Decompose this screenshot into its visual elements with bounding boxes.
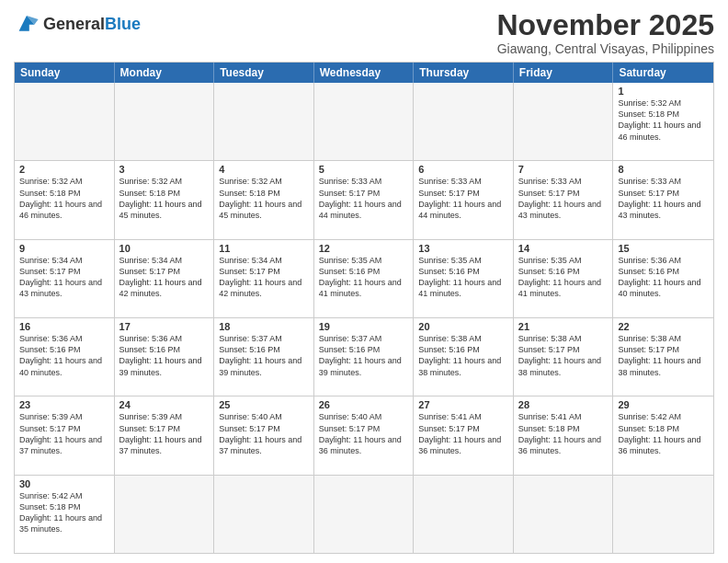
calendar-cell-w2-d4: 5Sunrise: 5:33 AM Sunset: 5:17 PM Daylig…: [314, 161, 415, 238]
calendar-cell-w5-d5: 27Sunrise: 5:41 AM Sunset: 5:17 PM Dayli…: [414, 396, 514, 474]
calendar-cell-w4-d5: 20Sunrise: 5:38 AM Sunset: 5:16 PM Dayli…: [414, 318, 514, 396]
day-number: 11: [219, 243, 309, 254]
calendar-cell-w1-d1: [15, 83, 115, 160]
calendar-cell-w6-d3: [214, 476, 314, 553]
calendar-cell-w1-d3: [214, 83, 314, 160]
day-number: 9: [19, 243, 109, 254]
calendar-cell-w2-d1: 2Sunrise: 5:32 AM Sunset: 5:18 PM Daylig…: [15, 161, 115, 238]
day-number: 24: [119, 399, 210, 410]
calendar-cell-w2-d3: 4Sunrise: 5:32 AM Sunset: 5:18 PM Daylig…: [214, 161, 314, 238]
day-number: 18: [219, 321, 309, 332]
day-number: 19: [319, 321, 409, 332]
day-number: 13: [418, 243, 508, 254]
day-info: Sunrise: 5:41 AM Sunset: 5:18 PM Dayligh…: [518, 411, 609, 456]
day-info: Sunrise: 5:38 AM Sunset: 5:16 PM Dayligh…: [418, 333, 508, 378]
calendar-cell-w3-d7: 15Sunrise: 5:36 AM Sunset: 5:16 PM Dayli…: [613, 240, 713, 317]
calendar-cell-w3-d2: 10Sunrise: 5:34 AM Sunset: 5:17 PM Dayli…: [115, 240, 215, 317]
logo-blue: Blue: [105, 15, 141, 33]
day-number: 16: [19, 321, 109, 332]
calendar-cell-w6-d5: [414, 476, 514, 553]
header-friday: Friday: [514, 63, 614, 83]
day-info: Sunrise: 5:42 AM Sunset: 5:18 PM Dayligh…: [19, 490, 109, 535]
day-info: Sunrise: 5:34 AM Sunset: 5:17 PM Dayligh…: [19, 255, 109, 300]
day-info: Sunrise: 5:32 AM Sunset: 5:18 PM Dayligh…: [19, 176, 109, 221]
day-info: Sunrise: 5:42 AM Sunset: 5:18 PM Dayligh…: [618, 411, 709, 456]
day-info: Sunrise: 5:33 AM Sunset: 5:17 PM Dayligh…: [518, 176, 609, 221]
day-info: Sunrise: 5:37 AM Sunset: 5:16 PM Dayligh…: [319, 333, 409, 378]
calendar-cell-w5-d6: 28Sunrise: 5:41 AM Sunset: 5:18 PM Dayli…: [514, 396, 614, 474]
header-thursday: Thursday: [414, 63, 514, 83]
calendar-cell-w4-d1: 16Sunrise: 5:36 AM Sunset: 5:16 PM Dayli…: [15, 318, 115, 396]
calendar-header: Sunday Monday Tuesday Wednesday Thursday…: [15, 63, 713, 83]
header-monday: Monday: [115, 63, 215, 83]
calendar-cell-w5-d2: 24Sunrise: 5:39 AM Sunset: 5:17 PM Dayli…: [115, 396, 215, 474]
calendar-week-5: 23Sunrise: 5:39 AM Sunset: 5:17 PM Dayli…: [15, 396, 713, 475]
day-info: Sunrise: 5:40 AM Sunset: 5:17 PM Dayligh…: [219, 411, 309, 456]
day-info: Sunrise: 5:38 AM Sunset: 5:17 PM Dayligh…: [618, 333, 709, 378]
calendar-cell-w1-d5: [414, 83, 514, 160]
calendar-cell-w5-d3: 25Sunrise: 5:40 AM Sunset: 5:17 PM Dayli…: [214, 396, 314, 474]
day-info: Sunrise: 5:41 AM Sunset: 5:17 PM Dayligh…: [418, 411, 508, 456]
day-info: Sunrise: 5:39 AM Sunset: 5:17 PM Dayligh…: [19, 411, 109, 456]
title-area: November 2025 Giawang, Central Visayas, …: [496, 9, 714, 56]
day-number: 14: [518, 243, 609, 254]
day-number: 27: [418, 399, 508, 410]
calendar-cell-w3-d6: 14Sunrise: 5:35 AM Sunset: 5:16 PM Dayli…: [514, 240, 614, 317]
header-tuesday: Tuesday: [214, 63, 314, 83]
day-info: Sunrise: 5:38 AM Sunset: 5:17 PM Dayligh…: [518, 333, 609, 378]
calendar-cell-w1-d6: [514, 83, 614, 160]
day-info: Sunrise: 5:36 AM Sunset: 5:16 PM Dayligh…: [618, 255, 709, 300]
logo-general: General: [43, 15, 105, 33]
header-area: GeneralBlue November 2025 Giawang, Centr…: [14, 9, 714, 56]
day-number: 7: [518, 164, 609, 175]
calendar-cell-w2-d2: 3Sunrise: 5:32 AM Sunset: 5:18 PM Daylig…: [115, 161, 215, 238]
calendar-cell-w1-d2: [115, 83, 215, 160]
day-number: 17: [119, 321, 210, 332]
calendar-cell-w2-d5: 6Sunrise: 5:33 AM Sunset: 5:17 PM Daylig…: [414, 161, 514, 238]
day-number: 3: [119, 164, 210, 175]
calendar-cell-w5-d4: 26Sunrise: 5:40 AM Sunset: 5:17 PM Dayli…: [314, 396, 415, 474]
day-info: Sunrise: 5:34 AM Sunset: 5:17 PM Dayligh…: [119, 255, 210, 300]
calendar-cell-w3-d4: 12Sunrise: 5:35 AM Sunset: 5:16 PM Dayli…: [314, 240, 415, 317]
location-title: Giawang, Central Visayas, Philippines: [496, 41, 714, 56]
logo: GeneralBlue: [14, 13, 141, 35]
calendar-cell-w6-d1: 30Sunrise: 5:42 AM Sunset: 5:18 PM Dayli…: [15, 476, 115, 553]
calendar-cell-w6-d4: [314, 476, 415, 553]
day-info: Sunrise: 5:34 AM Sunset: 5:17 PM Dayligh…: [219, 255, 309, 300]
day-number: 6: [418, 164, 508, 175]
calendar-cell-w4-d6: 21Sunrise: 5:38 AM Sunset: 5:17 PM Dayli…: [514, 318, 614, 396]
calendar-cell-w6-d7: [613, 476, 713, 553]
day-info: Sunrise: 5:32 AM Sunset: 5:18 PM Dayligh…: [618, 98, 709, 143]
calendar-week-4: 16Sunrise: 5:36 AM Sunset: 5:16 PM Dayli…: [15, 318, 713, 396]
day-number: 29: [618, 399, 709, 410]
page: GeneralBlue November 2025 Giawang, Centr…: [0, 0, 728, 563]
day-number: 5: [319, 164, 409, 175]
day-info: Sunrise: 5:35 AM Sunset: 5:16 PM Dayligh…: [518, 255, 609, 300]
day-number: 21: [518, 321, 609, 332]
calendar-week-2: 2Sunrise: 5:32 AM Sunset: 5:18 PM Daylig…: [15, 161, 713, 239]
day-info: Sunrise: 5:36 AM Sunset: 5:16 PM Dayligh…: [119, 333, 210, 378]
calendar-week-1: 1Sunrise: 5:32 AM Sunset: 5:18 PM Daylig…: [15, 83, 713, 161]
day-info: Sunrise: 5:33 AM Sunset: 5:17 PM Dayligh…: [418, 176, 508, 221]
day-info: Sunrise: 5:35 AM Sunset: 5:16 PM Dayligh…: [319, 255, 409, 300]
day-number: 28: [518, 399, 609, 410]
calendar-cell-w1-d7: 1Sunrise: 5:32 AM Sunset: 5:18 PM Daylig…: [613, 83, 713, 160]
calendar-cell-w6-d2: [115, 476, 215, 553]
day-info: Sunrise: 5:32 AM Sunset: 5:18 PM Dayligh…: [119, 176, 210, 221]
generalblue-icon: [14, 13, 40, 35]
day-info: Sunrise: 5:37 AM Sunset: 5:16 PM Dayligh…: [219, 333, 309, 378]
day-number: 12: [319, 243, 409, 254]
calendar-cell-w4-d3: 18Sunrise: 5:37 AM Sunset: 5:16 PM Dayli…: [214, 318, 314, 396]
day-info: Sunrise: 5:33 AM Sunset: 5:17 PM Dayligh…: [319, 176, 409, 221]
month-title: November 2025: [496, 9, 714, 41]
calendar-cell-w4-d7: 22Sunrise: 5:38 AM Sunset: 5:17 PM Dayli…: [613, 318, 713, 396]
day-info: Sunrise: 5:33 AM Sunset: 5:17 PM Dayligh…: [618, 176, 709, 221]
calendar-body: 1Sunrise: 5:32 AM Sunset: 5:18 PM Daylig…: [15, 83, 713, 553]
calendar-cell-w4-d4: 19Sunrise: 5:37 AM Sunset: 5:16 PM Dayli…: [314, 318, 415, 396]
calendar-cell-w6-d6: [514, 476, 614, 553]
day-number: 8: [618, 164, 709, 175]
day-number: 22: [618, 321, 709, 332]
header-wednesday: Wednesday: [314, 63, 415, 83]
calendar-cell-w3-d5: 13Sunrise: 5:35 AM Sunset: 5:16 PM Dayli…: [414, 240, 514, 317]
day-info: Sunrise: 5:40 AM Sunset: 5:17 PM Dayligh…: [319, 411, 409, 456]
